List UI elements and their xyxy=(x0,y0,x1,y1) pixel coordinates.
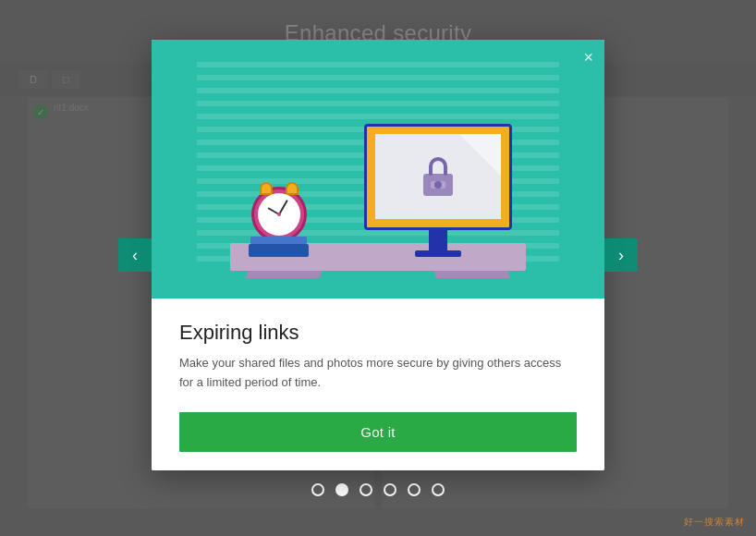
clock-bell-left xyxy=(260,182,273,195)
dot-2[interactable] xyxy=(360,483,372,496)
clock-face xyxy=(258,193,300,236)
next-chevron-icon: › xyxy=(618,246,624,265)
prev-chevron-icon: ‹ xyxy=(132,246,138,265)
dot-4[interactable] xyxy=(408,483,421,496)
monitor-illustration xyxy=(364,124,512,257)
watermark: 好一搜索素材 xyxy=(684,516,745,529)
close-button[interactable]: × xyxy=(583,49,593,66)
monitor-base xyxy=(415,250,461,257)
clock-bell-right xyxy=(286,182,299,195)
monitor-screen-inner xyxy=(375,134,501,219)
dialog-heading: Expiring links xyxy=(179,321,577,345)
dialog: × xyxy=(152,40,604,471)
svg-point-2 xyxy=(434,181,442,189)
clock-illustration xyxy=(249,187,309,257)
dialog-content: Expiring links Make your shared files an… xyxy=(152,298,604,471)
lock-icon xyxy=(419,153,457,200)
clock-books xyxy=(249,244,309,257)
dialog-description: Make your shared files and photos more s… xyxy=(179,354,577,393)
dot-0[interactable] xyxy=(311,483,324,496)
clock-center-dot xyxy=(277,213,281,216)
prev-arrow-button[interactable]: ‹ xyxy=(118,238,152,272)
dot-1[interactable] xyxy=(335,483,348,496)
monitor-stand xyxy=(429,230,447,250)
page-background: Enhanced security D □ ✓ nt1.docx ‹ × xyxy=(0,0,756,536)
got-it-button[interactable]: Got it xyxy=(179,412,577,452)
monitor-screen-outer xyxy=(364,124,512,230)
pagination xyxy=(311,483,445,496)
clock-body xyxy=(251,187,307,242)
dot-5[interactable] xyxy=(432,483,445,496)
modal-overlay: ‹ × xyxy=(0,0,756,536)
dot-3[interactable] xyxy=(384,483,396,496)
illustration-area xyxy=(152,40,604,298)
next-arrow-button[interactable]: › xyxy=(604,238,638,272)
